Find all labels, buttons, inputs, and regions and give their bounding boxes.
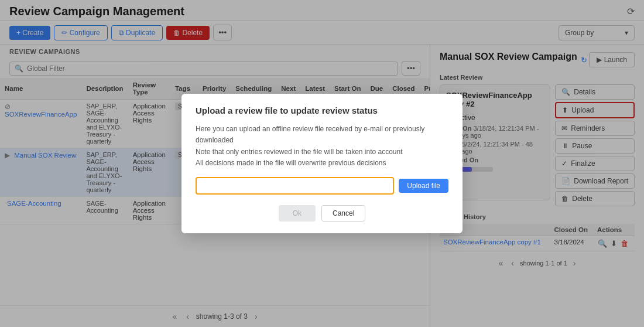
modal-footer: Ok Cancel [196, 205, 448, 222]
upload-modal: Upload a review file to update review st… [181, 94, 463, 233]
modal-ok-button[interactable]: Ok [279, 205, 316, 222]
modal-overlay: Upload a review file to update review st… [0, 0, 644, 327]
modal-description: Here you can upload an offline review fi… [196, 124, 448, 169]
page: Review Campaign Management ⟳ + Create ✏ … [0, 0, 644, 327]
upload-file-button[interactable]: Upload file [399, 179, 448, 193]
modal-cancel-button[interactable]: Cancel [321, 205, 365, 222]
modal-file-row: Upload file [196, 177, 448, 195]
modal-title: Upload a review file to update review st… [196, 105, 448, 115]
file-path-input[interactable] [196, 177, 394, 195]
